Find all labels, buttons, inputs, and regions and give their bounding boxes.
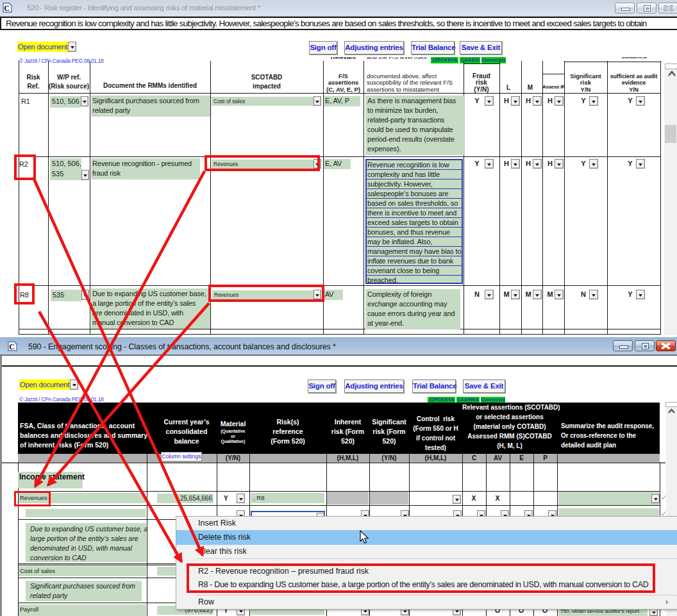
svg-text:C: C	[9, 342, 15, 351]
svg-text:C: C	[4, 4, 10, 13]
